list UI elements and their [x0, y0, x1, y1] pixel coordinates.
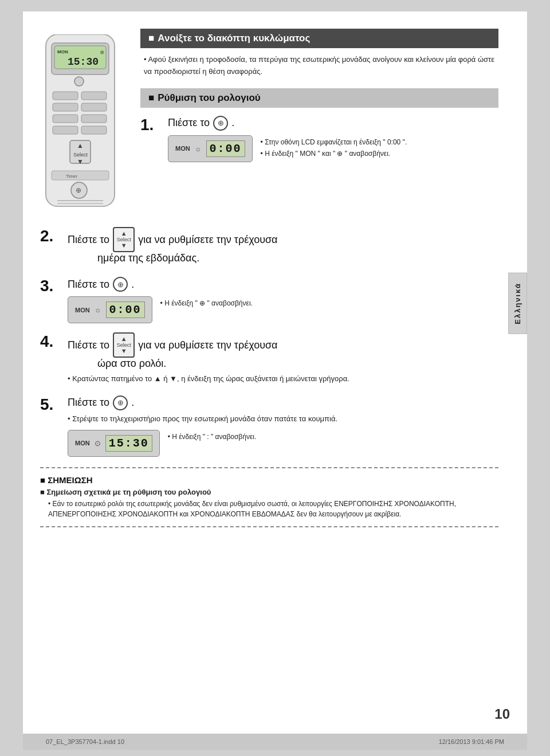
step-3-lcd-row: MON ☼ 0:00 • Η ένδειξη " ⊕ " αναβοσβήνει…	[68, 296, 498, 323]
step-1-number: 1.	[140, 116, 162, 134]
step-3-time: 0:00	[106, 301, 145, 318]
svg-text:Timer: Timer	[66, 174, 77, 179]
step-3-notes: • Η ένδειξη " ⊕ " αναβοσβήνει.	[160, 296, 253, 309]
select-icon-1: ▲ Select ▼	[113, 227, 135, 252]
step-3: 3. Πιέστε το ⊕ . MON ☼ 0:00	[40, 277, 498, 323]
svg-rect-11	[53, 115, 78, 123]
clock-icon-1: ⊕	[213, 116, 228, 131]
step-5-time: 15:30	[105, 435, 152, 452]
svg-text:15:30: 15:30	[68, 56, 99, 68]
svg-point-6	[74, 77, 84, 86]
svg-rect-13	[53, 126, 78, 134]
step-1-note-1: • Στην οθόνη LCD εμφανίζεται η ένδειξη "…	[261, 136, 407, 148]
step-5-lcd-mon: MON	[75, 440, 90, 446]
select-icon-2: ▲ Select ▼	[113, 332, 135, 358]
svg-text:▼: ▼	[77, 158, 84, 166]
note-section: ■ ΣΗΜΕΙΩΣΗ ■ Σημείωση σχετικά με τη ρύθμ…	[40, 467, 498, 527]
square-icon-2: ■	[148, 92, 154, 104]
svg-text:Select: Select	[73, 152, 88, 158]
step-3-number: 3.	[40, 277, 62, 295]
step-3-sun-icon: ☼	[95, 305, 101, 314]
svg-rect-19	[52, 171, 109, 180]
circuit-content: ■ Ανοίξτε το διακόπτη κυκλώματος • Αφού …	[140, 29, 498, 170]
step-3-lcd-mon: MON	[75, 307, 90, 314]
step-1-lcd-mon: MON	[175, 145, 190, 152]
step-5-lcd-row: MON ⊙ 15:30 • Η ένδειξη " : " αναβοσβήνε…	[68, 430, 498, 457]
step-5-body: Πιέστε το ⊕ . • Στρέψτε το τηλεχειριστήρ…	[68, 395, 498, 457]
greek-language-tab: Ελληνικά	[508, 273, 527, 334]
note-bullet-1: • Εάν το εσωτερικό ρολόι της εσωτερικής …	[40, 499, 498, 519]
step-1: 1. Πιέστε το ⊕ . MON ☼ 0:00	[140, 116, 498, 162]
step-2-body: Πιέστε το ▲ Select ▼ για να ρυθμίσετε τη…	[68, 227, 498, 264]
circuit-title: ■ Ανοίξτε το διακόπτη κυκλώματος	[140, 29, 498, 48]
step-3-lcd: MON ☼ 0:00	[68, 296, 152, 323]
step-5-heading: Πιέστε το ⊕ .	[68, 395, 498, 410]
step-5-sun-icon: ⊙	[95, 439, 101, 448]
clock-section-title: ■ Ρύθμιση του ρολογιού	[140, 88, 498, 108]
step-5: 5. Πιέστε το ⊕ . • Στρέψτε το τηλεχειρισ…	[40, 395, 498, 457]
step-3-body: Πιέστε το ⊕ . MON ☼ 0:00 • Η ένδειξη " ⊕…	[68, 277, 498, 323]
svg-text:⊕: ⊕	[76, 186, 81, 194]
circuit-breaker-section: MON 15:30 ❄ ▲ Sel	[40, 29, 498, 214]
steps-2-5-area: Ελληνικά 2. Πιέστε το ▲ Select ▼ για να …	[40, 227, 498, 457]
step-3-heading: Πιέστε το ⊕ .	[68, 277, 498, 292]
clock-icon-5: ⊕	[113, 395, 128, 410]
circuit-bullet-text: • Αφού ξεκινήσει η τροφοδοσία, τα πτερύγ…	[140, 54, 498, 78]
svg-text:▲: ▲	[77, 142, 84, 150]
step-4-number: 4.	[40, 332, 62, 351]
step-5-bullet: • Στρέψτε το τηλεχειριστήριο προς την εσ…	[68, 410, 498, 425]
note-subtitle: ■ Σημείωση σχετικά με τη ρύθμιση του ρολ…	[40, 488, 498, 496]
step-1-lcd: MON ☼ 0:00	[168, 135, 253, 162]
footer-right: 12/16/2013 9:01:46 PM	[439, 738, 504, 745]
step-4-bullet: • Κρατώντας πατημένο το ▲ ή ▼, η ένδειξη…	[68, 370, 498, 385]
remote-svg: MON 15:30 ❄ ▲ Sel	[40, 34, 123, 212]
step-1-heading: Πιέστε το ⊕ .	[168, 116, 498, 131]
step-5-number: 5.	[40, 395, 62, 414]
step-4-heading: Πιέστε το ▲ Select ▼ για να ρυθμίσετε τη…	[68, 332, 498, 358]
clock-icon-3: ⊕	[113, 277, 128, 292]
page-number: 10	[494, 706, 510, 722]
svg-rect-9	[53, 103, 78, 111]
step-5-notes: • Η ένδειξη " : " αναβοσβήνει.	[168, 430, 257, 442]
step-4-body: Πιέστε το ▲ Select ▼ για να ρυθμίσετε τη…	[68, 332, 498, 385]
step-2-heading: Πιέστε το ▲ Select ▼ για να ρυθμίσετε τη…	[68, 227, 498, 252]
svg-rect-10	[81, 103, 107, 111]
step-1-time: 0:00	[206, 140, 245, 157]
step-2-subtext: ημέρα της εβδομάδας.	[68, 252, 498, 264]
step-1-notes: • Στην οθόνη LCD εμφανίζεται η ένδειξη "…	[261, 135, 407, 160]
note-title: ■ ΣΗΜΕΙΩΣΗ	[40, 475, 498, 485]
svg-rect-12	[81, 115, 107, 123]
square-icon: ■	[148, 33, 154, 44]
step-4: 4. Πιέστε το ▲ Select ▼ για να ρυθμίσετε…	[40, 332, 498, 385]
step-4-subtext: ώρα στο ρολόι.	[68, 358, 498, 370]
svg-rect-7	[53, 92, 78, 100]
step-5-lcd: MON ⊙ 15:30	[68, 430, 160, 457]
step-2: 2. Πιέστε το ▲ Select ▼ για να ρυθμίσετε…	[40, 227, 498, 264]
step-1-lcd-row: MON ☼ 0:00 • Στην οθόνη LCD εμφανίζεται …	[168, 135, 498, 162]
remote-control-illustration: MON 15:30 ❄ ▲ Sel	[40, 34, 129, 214]
step-1-sun-icon: ☼	[195, 144, 202, 153]
footer-bar: 07_EL_3P357704-1.indd 10 12/16/2013 9:01…	[23, 734, 527, 750]
svg-rect-14	[81, 126, 107, 134]
svg-text:MON: MON	[57, 49, 68, 54]
svg-rect-8	[81, 92, 107, 100]
step-5-note-1: • Η ένδειξη " : " αναβοσβήνει.	[168, 431, 257, 442]
footer-left: 07_EL_3P357704-1.indd 10	[46, 738, 124, 745]
svg-text:❄: ❄	[100, 49, 104, 56]
step-3-note-1: • Η ένδειξη " ⊕ " αναβοσβήνει.	[160, 297, 253, 309]
step-1-note-2: • Η ένδειξη " MON " και " ⊕ " αναβοσβήνε…	[261, 148, 407, 159]
step-1-body: Πιέστε το ⊕ . MON ☼ 0:00	[168, 116, 498, 162]
step-2-number: 2.	[40, 227, 62, 245]
